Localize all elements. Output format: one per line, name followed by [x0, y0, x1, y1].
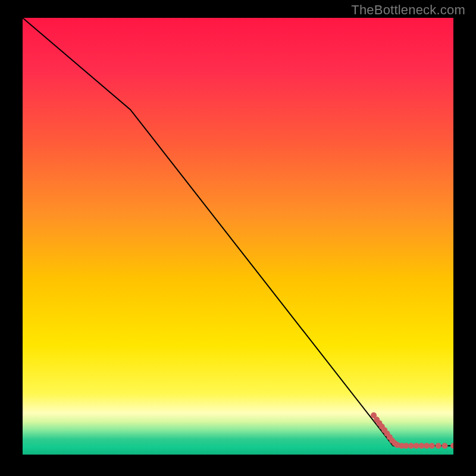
- scatter-point: [442, 443, 448, 449]
- scatter-point: [414, 443, 419, 449]
- gradient-background: [23, 18, 453, 455]
- attribution-label: TheBottleneck.com: [351, 2, 465, 18]
- scatter-point: [424, 443, 430, 449]
- scatter-point: [418, 443, 424, 449]
- scatter-point: [436, 443, 441, 449]
- scatter-point: [429, 443, 435, 449]
- plot-area: [23, 18, 453, 455]
- scatter-point: [403, 443, 409, 449]
- chart-svg: [23, 18, 453, 455]
- chart-frame: TheBottleneck.com: [0, 0, 476, 476]
- scatter-point: [408, 443, 414, 449]
